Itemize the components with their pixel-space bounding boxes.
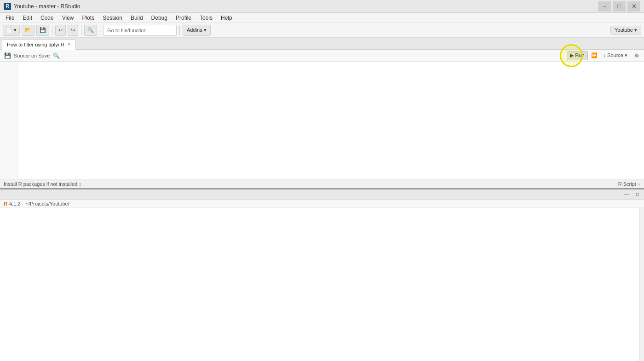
console-path: R 4.1.2 · ~/Projects/Youtube/	[0, 200, 644, 208]
source-on-save-label: Source on Save	[14, 53, 50, 58]
menu-item-help[interactable]: Help	[217, 14, 236, 22]
editor-options-button[interactable]: ⚙	[632, 51, 641, 60]
titlebar: R Youtube - master - RStudio − □ ✕	[0, 0, 644, 13]
search-editor-button[interactable]: 🔍	[52, 51, 61, 60]
menu-item-file[interactable]: File	[2, 14, 18, 22]
toolbar: 📄▾ 📂 💾 ↩ ↪ 🔍 Addins ▾ Youtube ▾	[0, 23, 644, 38]
editor-tab-bar: How to filter using dplyr.R ✕	[0, 38, 644, 50]
close-button[interactable]: ✕	[627, 1, 640, 11]
menu-item-edit[interactable]: Edit	[19, 14, 36, 22]
r-version-label: R	[4, 201, 7, 206]
addins-button[interactable]: Addins ▾	[183, 25, 211, 36]
new-file-icon: 📄	[6, 27, 12, 33]
run-button[interactable]: ▶ Run	[567, 51, 587, 60]
console-scrollbar[interactable]	[639, 208, 644, 361]
youtube-badge: Youtube ▾	[610, 26, 641, 34]
console-inner	[0, 208, 644, 361]
menubar: FileEditCodeViewPlotsSessionBuildDebugPr…	[0, 13, 644, 23]
save-script-button[interactable]: 💾	[3, 51, 12, 60]
line-numbers	[0, 62, 17, 179]
path-separator: ·	[22, 201, 23, 206]
menu-item-debug[interactable]: Debug	[148, 14, 171, 22]
editor-tab[interactable]: How to filter using dplyr.R ✕	[2, 40, 76, 50]
console-area: — □ R 4.1.2 · ~/Projects/Youtube/	[0, 189, 644, 361]
find-button[interactable]: 🔍	[84, 25, 97, 36]
minimize-button[interactable]: −	[598, 1, 611, 11]
code-content[interactable]	[17, 62, 644, 179]
undo-button[interactable]: ↩	[55, 25, 66, 36]
code-editor[interactable]	[0, 62, 644, 179]
menu-item-plots[interactable]: Plots	[79, 14, 98, 22]
editor-statusbar: Install R packages if not installed ↕ R …	[0, 179, 644, 188]
new-file-button[interactable]: 📄▾	[3, 25, 20, 36]
script-type-label: R Script ÷	[618, 181, 640, 187]
titlebar-left: R Youtube - master - RStudio	[4, 3, 80, 10]
status-section-label: Install R packages if not installed ↕	[4, 181, 81, 187]
open-file-button[interactable]: 📂	[22, 25, 34, 36]
menu-item-build[interactable]: Build	[127, 14, 147, 22]
tab-close-icon[interactable]: ✕	[67, 42, 71, 47]
r-version-text: 4.1.2	[9, 201, 20, 206]
run-btn-container: ▶ Run	[567, 51, 587, 60]
titlebar-title: Youtube - master - RStudio	[14, 3, 80, 10]
menu-item-tools[interactable]: Tools	[196, 14, 216, 22]
redo-button[interactable]: ↪	[68, 25, 78, 36]
console-tab-bar: — □	[0, 189, 644, 200]
menu-item-view[interactable]: View	[58, 14, 78, 22]
menu-item-profile[interactable]: Profile	[172, 14, 195, 22]
save-icon: 💾	[40, 27, 46, 33]
console-minimize-button[interactable]: —	[622, 189, 631, 199]
console-content[interactable]	[0, 208, 639, 212]
separator-2	[81, 26, 81, 35]
go-to-function-input[interactable]	[103, 25, 177, 36]
separator-1	[52, 26, 52, 35]
titlebar-controls: − □ ✕	[598, 1, 640, 11]
separator-3	[100, 26, 100, 35]
console-working-dir: ~/Projects/Youtube/	[25, 201, 69, 206]
console-maximize-button[interactable]: □	[633, 189, 642, 199]
separator-4	[179, 26, 180, 35]
menu-item-code[interactable]: Code	[37, 14, 58, 22]
source-button[interactable]: ↓ Source ▾	[601, 51, 630, 60]
run-all-button[interactable]: ⏩	[590, 51, 599, 60]
editor-area: How to filter using dplyr.R ✕ 💾 Source o…	[0, 38, 644, 361]
editor-toolbar: 💾 Source on Save 🔍 ▶ Run ⏩ ↓ Source ▾ ⚙	[0, 50, 644, 62]
maximize-button[interactable]: □	[613, 1, 626, 11]
editor-pane: How to filter using dplyr.R ✕ 💾 Source o…	[0, 38, 644, 189]
tab-label: How to filter using dplyr.R	[7, 42, 64, 47]
open-icon: 📂	[25, 27, 31, 33]
youtube-label: Youtube ▾	[615, 27, 637, 33]
menu-item-session[interactable]: Session	[99, 14, 126, 22]
console-text	[0, 208, 639, 361]
app-icon: R	[4, 3, 11, 10]
save-button[interactable]: 💾	[36, 25, 49, 36]
